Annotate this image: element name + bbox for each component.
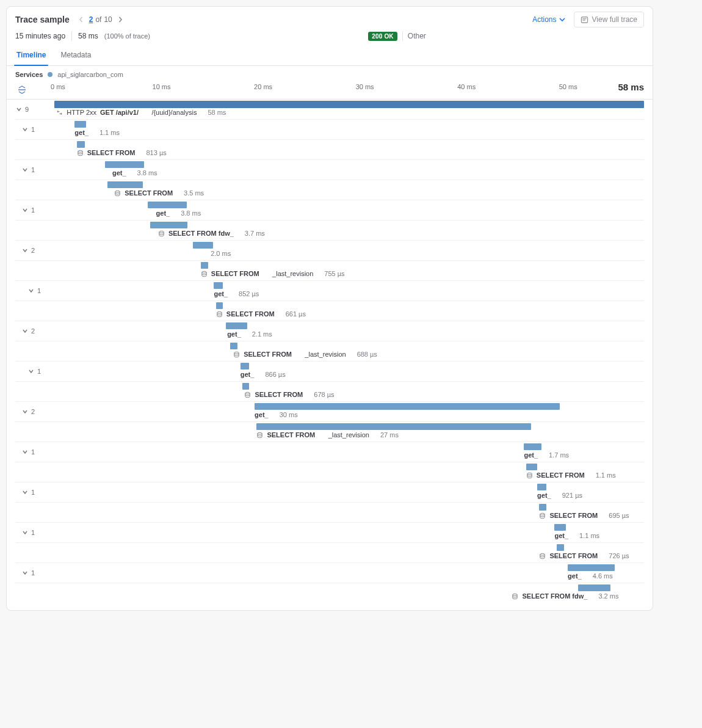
- span-bar[interactable]: [105, 161, 143, 168]
- span-track[interactable]: SELECT FROM678 µs: [54, 382, 644, 401]
- span-track[interactable]: get_1.1 ms: [54, 120, 644, 139]
- span-row[interactable]: 1get_1.7 ms: [15, 442, 644, 462]
- span-bar[interactable]: [150, 222, 188, 228]
- span-row[interactable]: 1get_3.8 ms: [15, 200, 644, 220]
- span-bar[interactable]: [526, 464, 537, 470]
- span-bar[interactable]: [256, 423, 531, 430]
- span-track[interactable]: get_852 µs: [54, 281, 644, 300]
- span-row[interactable]: 1get_3.8 ms: [15, 160, 644, 180]
- chevron-down-icon[interactable]: [21, 448, 29, 456]
- chevron-down-icon[interactable]: [21, 408, 29, 415]
- span-bar[interactable]: [524, 443, 541, 450]
- span-bar[interactable]: [230, 343, 237, 349]
- span-bar[interactable]: [54, 101, 644, 108]
- span-gantt: 9HTTP 2xxGET /api/v1/ /{uuid}/analysis58…: [7, 100, 653, 610]
- span-row[interactable]: 1get_921 µs: [15, 482, 644, 503]
- chevron-down-icon[interactable]: [21, 166, 29, 173]
- span-track[interactable]: SELECT FROM3.5 ms: [54, 180, 644, 200]
- chevron-down-icon[interactable]: [21, 206, 29, 214]
- span-row[interactable]: 1get_1.1 ms: [15, 523, 644, 543]
- span-row[interactable]: SELECT FROM _last_revision755 µs: [15, 261, 644, 281]
- span-track[interactable]: get_921 µs: [54, 482, 644, 502]
- span-row[interactable]: SELECT FROM fdw_3.7 ms: [15, 220, 644, 241]
- actions-menu[interactable]: Actions: [532, 15, 565, 24]
- chevron-down-icon[interactable]: [15, 106, 23, 113]
- chevron-down-icon[interactable]: [27, 368, 35, 375]
- span-track[interactable]: SELECT FROM726 µs: [54, 543, 644, 562]
- span-row[interactable]: SELECT FROM695 µs: [15, 503, 644, 523]
- collapse-all-icon[interactable]: [15, 83, 29, 96]
- span-track[interactable]: SELECT FROM1.1 ms: [54, 462, 644, 482]
- span-row[interactable]: SELECT FROM813 µs: [15, 140, 644, 160]
- span-track[interactable]: get_2.1 ms: [54, 321, 644, 341]
- span-track[interactable]: get_3.8 ms: [54, 160, 644, 180]
- span-bar[interactable]: [74, 121, 85, 128]
- span-bar[interactable]: [226, 322, 247, 329]
- span-bar[interactable]: [201, 262, 209, 269]
- span-track[interactable]: SELECT FROM _last_revision755 µs: [54, 261, 644, 280]
- span-row[interactable]: 2get_30 ms: [15, 402, 644, 422]
- view-full-trace-button[interactable]: View full trace: [574, 12, 644, 27]
- pager-current[interactable]: 2: [89, 15, 93, 24]
- span-track[interactable]: SELECT FROM fdw_3.2 ms: [54, 583, 644, 603]
- span-track[interactable]: SELECT FROM813 µs: [54, 140, 644, 159]
- span-track[interactable]: get_1.7 ms: [54, 442, 644, 462]
- span-row[interactable]: SELECT FROM _last_revision27 ms: [15, 422, 644, 442]
- span-bar[interactable]: [255, 403, 560, 410]
- span-bar[interactable]: [578, 584, 610, 591]
- chevron-down-icon[interactable]: [21, 569, 29, 577]
- span-bar[interactable]: [216, 302, 223, 309]
- span-bar[interactable]: [568, 564, 615, 571]
- span-bar[interactable]: [148, 202, 186, 208]
- span-bar[interactable]: [539, 504, 546, 511]
- pager-next[interactable]: [115, 14, 126, 25]
- span-track[interactable]: get_30 ms: [54, 402, 644, 421]
- chevron-down-icon[interactable]: [27, 287, 35, 294]
- span-row[interactable]: SELECT FROM678 µs: [15, 382, 644, 402]
- span-bar[interactable]: [554, 524, 565, 531]
- tab-metadata[interactable]: Metadata: [59, 46, 92, 65]
- span-row-head: 2: [15, 402, 54, 421]
- span-row[interactable]: 1get_852 µs: [15, 281, 644, 301]
- span-bar[interactable]: [107, 181, 143, 188]
- span-row[interactable]: SELECT FROM _last_revision688 µs: [15, 341, 644, 362]
- span-row[interactable]: 1get_1.1 ms: [15, 120, 644, 140]
- span-track[interactable]: SELECT FROM661 µs: [54, 301, 644, 321]
- chevron-down-icon[interactable]: [21, 126, 29, 133]
- span-row[interactable]: 22.0 ms: [15, 241, 644, 261]
- chevron-down-icon[interactable]: [21, 529, 29, 536]
- span-row[interactable]: 1get_866 µs: [15, 362, 644, 382]
- span-row[interactable]: 1get_4.6 ms: [15, 563, 644, 583]
- span-bar[interactable]: [557, 544, 564, 551]
- span-row[interactable]: SELECT FROM661 µs: [15, 301, 644, 321]
- span-bar[interactable]: [193, 242, 213, 249]
- span-track[interactable]: SELECT FROM _last_revision27 ms: [54, 422, 644, 442]
- span-row[interactable]: 2get_2.1 ms: [15, 321, 644, 341]
- service-name[interactable]: api_siglarcarbon_com: [57, 71, 123, 78]
- span-bar[interactable]: [77, 141, 85, 148]
- span-track[interactable]: SELECT FROM fdw_3.7 ms: [54, 220, 644, 240]
- span-track[interactable]: SELECT FROM _last_revision688 µs: [54, 341, 644, 361]
- span-track[interactable]: get_4.6 ms: [54, 563, 644, 583]
- span-track[interactable]: 2.0 ms: [54, 241, 644, 260]
- span-track[interactable]: get_1.1 ms: [54, 523, 644, 542]
- span-bar[interactable]: [214, 282, 222, 289]
- span-bar[interactable]: [537, 484, 546, 490]
- span-bar[interactable]: [242, 383, 249, 390]
- span-bar[interactable]: [241, 363, 249, 369]
- span-track[interactable]: SELECT FROM695 µs: [54, 503, 644, 522]
- span-track[interactable]: get_866 µs: [54, 362, 644, 381]
- span-track[interactable]: HTTP 2xxGET /api/v1/ /{uuid}/analysis58 …: [54, 100, 644, 119]
- span-row[interactable]: SELECT FROM726 µs: [15, 543, 644, 563]
- chevron-down-icon[interactable]: [21, 247, 29, 254]
- span-row[interactable]: SELECT FROM fdw_3.2 ms: [15, 583, 644, 603]
- span-row[interactable]: SELECT FROM1.1 ms: [15, 462, 644, 482]
- tab-timeline[interactable]: Timeline: [15, 46, 47, 65]
- span-track[interactable]: get_3.8 ms: [54, 200, 644, 220]
- span-row-head: [15, 422, 54, 442]
- chevron-down-icon[interactable]: [21, 489, 29, 496]
- span-row[interactable]: SELECT FROM3.5 ms: [15, 180, 644, 200]
- chevron-down-icon[interactable]: [21, 327, 29, 335]
- span-row[interactable]: 9HTTP 2xxGET /api/v1/ /{uuid}/analysis58…: [15, 100, 644, 120]
- pager-prev[interactable]: [76, 14, 87, 25]
